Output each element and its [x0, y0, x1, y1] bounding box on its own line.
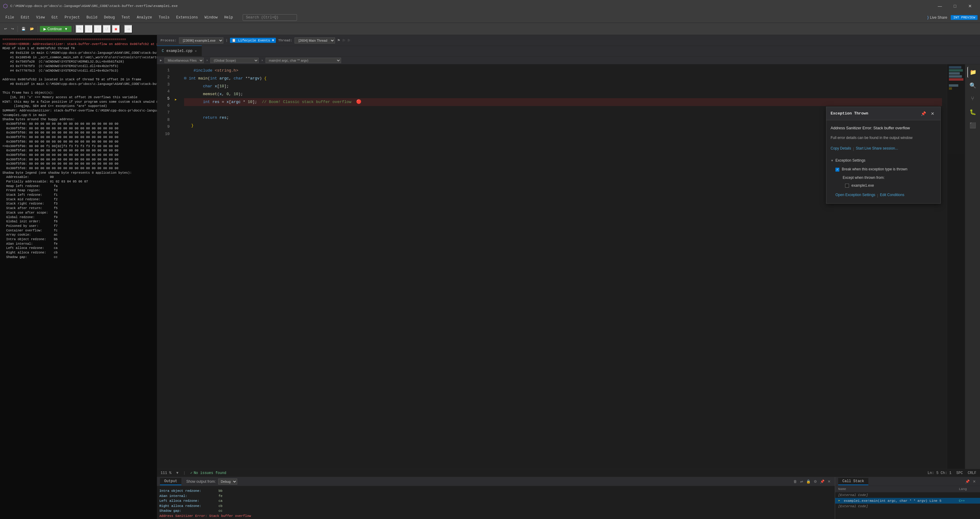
call-stack-main-row[interactable]: ➤ example1.exe!main(int argc, char * * a… — [835, 498, 980, 504]
stop-button[interactable]: ■ — [112, 25, 120, 33]
output-panel: Output Show output from: Debug 🗑 ⇌ 🔒 ⚙ 📌… — [157, 477, 835, 519]
activity-search-icon[interactable]: 🔍 — [967, 80, 978, 91]
call-stack-tab[interactable]: Call Stack — [838, 478, 868, 485]
live-share-button[interactable]: ⟩ Live Share — [924, 14, 950, 21]
process-label: Process: — [161, 39, 177, 42]
output-clear-button[interactable]: 🗑 — [792, 479, 798, 484]
menu-file[interactable]: File — [2, 14, 17, 21]
menu-git[interactable]: Git — [48, 14, 61, 21]
menu-extensions[interactable]: Extensions — [173, 14, 201, 21]
break-exception-checkbox[interactable] — [835, 168, 839, 172]
menu-view[interactable]: View — [33, 14, 48, 21]
call-stack-external-2[interactable]: [External Code] — [835, 504, 980, 509]
file-location-dropdown[interactable]: Miscellaneous Files — [164, 58, 204, 63]
menu-analyze[interactable]: Analyze — [134, 14, 155, 21]
output-settings-button[interactable]: ⚙ — [813, 479, 818, 484]
process-select[interactable]: [23696] example1.exe — [179, 37, 223, 43]
except-file-row: example1.exe — [843, 182, 936, 189]
activity-extensions-icon[interactable]: ⬛ — [967, 120, 978, 131]
undo-button[interactable]: ↩ — [2, 26, 9, 32]
output-from-select[interactable]: Debug — [218, 479, 237, 485]
close-button[interactable]: ✕ — [963, 2, 977, 11]
open-button[interactable]: 📂 — [28, 26, 36, 32]
menu-window[interactable]: Window — [202, 14, 221, 21]
call-stack-pin-button[interactable]: 📌 — [964, 479, 971, 484]
menu-help[interactable]: Help — [221, 14, 236, 21]
lifecycle-separator: | — [226, 39, 228, 42]
no-issues-label: No issues found — [194, 471, 226, 475]
terminal-line: Partially addressable: 01 02 03 04 05 06… — [2, 179, 154, 184]
popup-controls: 📌 ✕ — [919, 110, 936, 117]
code-line-2: ⊟ int main ( int argc , char ** argv ) { — [184, 75, 942, 83]
main-container: ========================================… — [0, 35, 980, 519]
open-exception-settings-link[interactable]: Open Exception Settings — [835, 192, 875, 199]
activity-git-icon[interactable]: ⑂ — [967, 93, 978, 104]
activity-debug-icon[interactable]: 🐛 — [967, 107, 978, 118]
exception-settings-links: Open Exception Settings | Edit Condition… — [835, 192, 936, 199]
lifecycle-badge[interactable]: 📋 Lifecycle Events ▼ — [230, 38, 275, 43]
menu-edit[interactable]: Edit — [18, 14, 33, 21]
terminal-line: Poisoned by user: f7 — [2, 224, 154, 228]
output-lock-button[interactable]: 🔒 — [805, 479, 812, 484]
output-word-wrap-button[interactable]: ⇌ — [799, 479, 804, 484]
menu-tools[interactable]: Tools — [156, 14, 173, 21]
call-stack-panel: Call Stack 📌 ✕ Name Lang [External Code] — [835, 477, 980, 519]
exception-popup-body: Address Sanitizer Error: Stack buffer ov… — [826, 120, 940, 203]
save-button[interactable]: 💾 — [20, 26, 27, 32]
output-row-1: Intra object redzone: bb — [159, 489, 832, 493]
search-box[interactable]: Search (Ctrl+Q) — [243, 14, 297, 21]
break-exception-row: Break when this exception type is thrown — [835, 166, 936, 173]
except-file-checkbox[interactable] — [845, 184, 849, 188]
zoom-dropdown[interactable]: ▼ — [176, 471, 178, 475]
continue-dropdown[interactable]: ▼ — [64, 27, 68, 31]
step-into-button[interactable]: ↓ — [84, 25, 93, 33]
minimize-button[interactable]: — — [933, 2, 947, 11]
tab-example1-cpp[interactable]: C example1.cpp ✕ — [157, 46, 202, 56]
menu-project[interactable]: Project — [62, 14, 83, 21]
popup-close-button[interactable]: ✕ — [929, 110, 936, 117]
run-to-cursor-button[interactable]: ⇥ — [124, 25, 132, 33]
vs-icon: ⬡ — [3, 3, 8, 10]
edit-conditions-link[interactable]: Edit Conditions — [880, 192, 904, 199]
scope-dropdown[interactable]: (Global Scope) — [210, 58, 259, 63]
crlf-indicator: CRLF — [967, 471, 976, 475]
redo-button[interactable]: ↪ — [10, 26, 16, 32]
call-stack-external-1[interactable]: [External Code] — [835, 492, 980, 498]
output-pin-button[interactable]: 📌 — [819, 479, 826, 484]
continue-button[interactable]: ▶ Continue ▼ — [40, 26, 72, 32]
path-separator-1: › — [206, 59, 208, 62]
terminal-line: Stack use after scope: f8 — [2, 211, 154, 215]
output-panel-header: Output Show output from: Debug 🗑 ⇌ 🔒 ⚙ 📌… — [157, 477, 835, 486]
step-out-button[interactable]: ↑ — [94, 25, 102, 33]
menu-build[interactable]: Build — [83, 14, 100, 21]
function-dropdown[interactable]: main(int argc, char ** argv) — [266, 58, 341, 63]
exception-settings-header[interactable]: ▼ Exception Settings — [830, 157, 936, 164]
tab-close-button[interactable]: ✕ — [195, 49, 197, 53]
terminal-line: #2 0x7585fa28 (C:\WINDOWS\SYSTEM32\KERNE… — [2, 59, 154, 64]
thread-label: Thread: — [278, 39, 292, 42]
terminal-line: HINT: this may be a false positive if yo… — [2, 100, 154, 104]
debug-bar: Process: [23696] example1.exe | 📋 Lifecy… — [157, 35, 980, 46]
activity-bar: 📁 🔍 ⑂ 🐛 ⬛ — [965, 64, 980, 469]
menu-test[interactable]: Test — [119, 14, 134, 21]
menu-debug[interactable]: Debug — [101, 14, 118, 21]
line-num-5: 5 — [157, 95, 170, 102]
call-stack-close-button[interactable]: ✕ — [972, 479, 977, 484]
activity-explorer-icon[interactable]: 📁 — [967, 67, 978, 78]
code-editor[interactable]: #include <string.h> ⊟ int main ( int arg… — [179, 64, 947, 469]
popup-pin-button[interactable]: 📌 — [919, 110, 928, 117]
thread-select[interactable]: [2604] Main Thread — [294, 37, 335, 43]
exception-settings-body: Break when this exception type is thrown… — [830, 166, 936, 199]
menu-bar: File Edit View Git Project Build Debug T… — [0, 12, 980, 23]
editor-wrapper: 1 2 3 4 5 6 7 8 9 10 ➤ — [157, 64, 980, 469]
output-error-text: Address Sanitizer Error: Stack buffer ov… — [159, 514, 251, 519]
code-line-1: #include <string.h> — [184, 67, 942, 75]
step-over-button[interactable]: ↷ — [75, 25, 84, 33]
live-share-session-link[interactable]: Start Live Share session... — [856, 145, 898, 152]
restart-button[interactable]: ↺ — [103, 25, 111, 33]
maximize-button[interactable]: □ — [948, 2, 962, 11]
output-tab[interactable]: Output — [160, 478, 181, 485]
output-close-button[interactable]: ✕ — [826, 479, 832, 484]
copy-details-link[interactable]: Copy Details — [830, 145, 851, 152]
output-val-5: cc — [218, 508, 223, 514]
